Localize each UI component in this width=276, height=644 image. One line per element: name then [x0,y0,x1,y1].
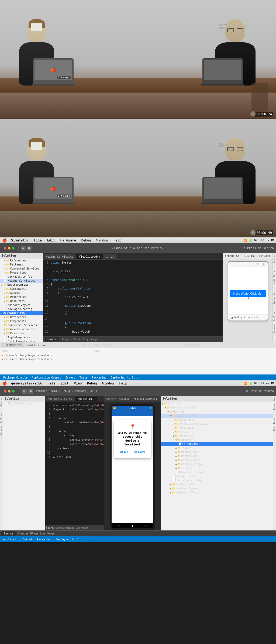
a-tree-components[interactable]: ▶📁 Components [161,418,273,422]
android-status-appout[interactable]: Application Output [2,538,34,541]
minimize-button[interactable] [8,247,11,250]
tree-mainactivity[interactable]: 📄 MainActivity.cs [3,401,45,406]
menu-qemu[interactable]: qemu-system-i386 [10,381,43,385]
status-tab-appout[interactable]: Application Output [30,376,63,379]
apple-menu-2[interactable]: 🍎 [2,381,7,386]
a-tree-splash[interactable]: 📄 splash.xml [161,442,273,446]
a-tree-drawable[interactable]: ▼📁 drawable [161,438,273,442]
status-tab-packaging[interactable]: Packaging [90,376,108,379]
a-tree-mipmap-xhdpi[interactable]: ▶📁 mipmap-xhdpi [161,458,273,462]
tree-references-ios[interactable]: ▶📁 References [0,315,43,319]
minimize-button-2[interactable] [8,390,11,393]
android-tab-changes[interactable]: Changes [17,532,29,535]
menu-simulator[interactable]: Simulator [10,238,30,242]
a-tree-layout[interactable]: ▶📁 layout [161,446,273,450]
tree-appdelegate[interactable]: 📄 AppDelegate.cs [0,335,43,339]
menu-help-2[interactable]: Help [118,381,128,385]
a-tree-mipmap-xxhdpi[interactable]: ▶📁 mipmap-xxhdpi [161,462,273,466]
tree-weather-droid[interactable]: ▶📁 Weather.Droid [0,283,43,287]
a-tree-solution[interactable]: ▼📁 Solution [161,401,273,406]
hello-button[interactable]: Hello World, Click Me! [230,290,266,297]
tab-mainactivity[interactable]: MainActivity.cs [45,397,75,401]
xml-tab-merge[interactable]: Merge [81,527,88,529]
a-tree-weather-master[interactable]: ▼📁 Weather (master) [161,406,273,410]
close-button[interactable] [4,247,6,250]
play-icon-2[interactable]: ▶ [250,230,256,235]
status-tab-pkg[interactable]: Package Console [2,376,29,379]
a-tree-weather[interactable]: ▼📁 Weather [161,410,273,414]
a-tree-assets[interactable]: ▶📁 Assets [161,430,273,434]
android-status-deploying[interactable]: Deploying to D... [54,538,85,541]
back-button[interactable]: ◀ [118,524,119,527]
android-tab-log[interactable]: Log [40,532,45,535]
tree-connected-ios[interactable]: 📁 Connected Services [0,323,43,327]
tree-assets-ios[interactable]: ▶📁 Assets.xcassets [0,327,43,331]
a-tree-resources[interactable]: ▼📁 Resources [161,434,273,438]
xml-tab-source[interactable]: Source [46,527,55,529]
tree-connected-1[interactable]: ▶📁 Connected Services [0,267,43,271]
dialog-deny-button[interactable]: DENY [118,449,130,455]
tree-resources-ios[interactable]: ▶📁 Resources [0,331,43,335]
maximize-button[interactable] [12,247,15,250]
menu-hardware[interactable]: Hardware [59,238,77,242]
bp-new-btn[interactable]: N... [84,344,90,347]
bp-btn-2[interactable]: − [40,344,42,347]
menu-debug[interactable]: Debug [80,238,92,242]
menu-help[interactable]: Help [112,238,122,242]
play-icon-1[interactable]: ▶ [250,111,256,117]
tree-assets-d[interactable]: ▶📁 Assets [0,291,43,295]
tree-properties-1[interactable]: ▶📁 Properties [0,271,43,275]
tab-splash-xml[interactable]: splash.xml [75,397,97,401]
stop-button[interactable]: ■ [27,246,32,251]
maximize-button-2[interactable] [12,390,15,393]
android-tab-blame[interactable]: Blame [30,532,38,535]
tree-packages-d[interactable]: 📄 packages.config [0,307,43,311]
a-tree-values[interactable]: ▶📁 values [161,466,273,470]
bp-btn-3[interactable]: ▶ [43,344,45,347]
tab-cs[interactable]: ...cs [103,254,117,259]
stop-button-2[interactable]: ■ [28,389,33,394]
a-tree-mipmap-mdpi[interactable]: ▶📁 mipmap-mdpi [161,454,273,458]
tab-viewdidload[interactable]: ViewDidLoad() [76,254,103,259]
tab-changes[interactable]: Changes [60,338,72,341]
bp-row-2[interactable]: ● /Users/feinberg/Projects/WeatherW [0,357,92,361]
menu-window[interactable]: Window [95,238,109,242]
xml-tab-log[interactable]: Log [76,527,80,529]
android-status-packaging[interactable]: Packaging [35,538,53,541]
close-button-2[interactable] [4,390,6,393]
menu-edit[interactable]: Edit [46,238,56,242]
bp-row-1[interactable]: ● /Users/feinberg/Projects/WeatherW [0,353,92,357]
tree-mainactivity-cs[interactable]: 📄 MainActivty.cs [0,303,43,307]
a-tree-references[interactable]: ▶📁 References [161,426,273,430]
a-tree-weather-shared[interactable]: ▶📁 Weather.Shared [161,486,273,490]
menu-file[interactable]: File [33,238,43,242]
tree-references-1[interactable]: ▶📁 References [0,258,43,263]
android-tab-merge[interactable]: Merge [46,532,54,535]
tree-components-d[interactable]: ▶📁 Components [0,287,43,291]
a-tree-weather-droid[interactable]: ▼📁 Weather.Droid [161,414,273,418]
xml-tab-blame[interactable]: Blame [67,527,74,529]
run-button-2[interactable]: ▶ [22,389,27,394]
tab-source[interactable]: Source [45,337,59,341]
recents-button[interactable]: □ [146,524,147,527]
home-button[interactable]: ● [132,524,133,527]
status-tab-errors[interactable]: Errors [64,376,77,379]
xml-tab-changes[interactable]: Changes [56,527,66,529]
tab-log[interactable]: Log [83,338,88,341]
apple-menu[interactable]: 🍎 [2,238,7,243]
tree-packages-1[interactable]: ▶📁 Packages [0,263,43,267]
a-tree-packages-config[interactable]: 📄 packages.config [161,478,273,482]
bp-btn-1[interactable]: + [38,344,39,347]
android-tab-source[interactable]: Source [2,531,16,536]
a-tree-connected[interactable]: ▶📁 Connected Services [161,422,273,426]
status-tab-tasks[interactable]: Tasks [78,376,89,379]
tab-merge[interactable]: Merge [89,338,98,341]
status-tab-deploying[interactable]: Deploying to D... [109,376,140,379]
menu-view-2[interactable]: View [73,381,83,385]
tree-properties-d[interactable]: ▶📁 Properties [0,295,43,299]
tree-packages-config-1[interactable]: 📄 packages.config [0,275,43,279]
menu-window-2[interactable]: Window [101,381,115,385]
menu-edit-2[interactable]: Edit [60,381,70,385]
a-tree-mipmap-hdpi[interactable]: ▶📁 mipmap-hdpi [161,450,273,454]
a-tree-mainactivity2[interactable]: 📄 MainActivity.cs [161,474,273,478]
